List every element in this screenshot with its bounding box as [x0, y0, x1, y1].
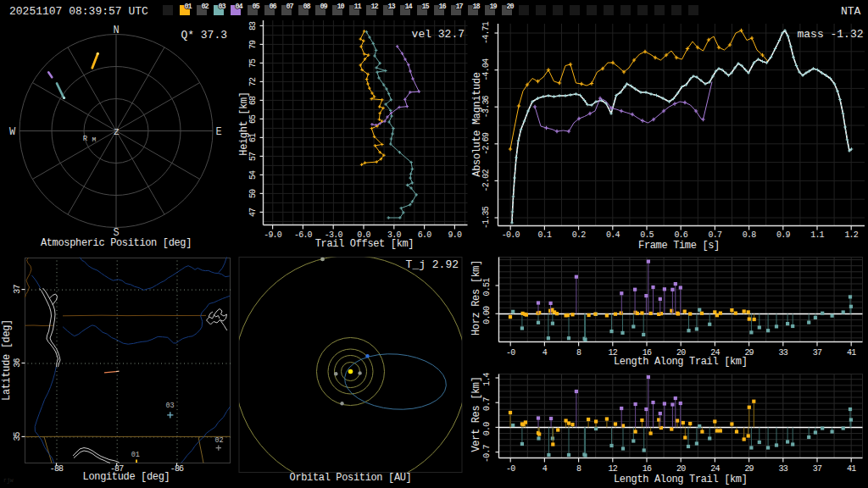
svg-text:Length Along Trail [km]: Length Along Trail [km] [614, 474, 748, 485]
svg-text:0.7: 0.7 [482, 397, 492, 411]
svg-text:Absolute Magnitude: Absolute Magnitude [471, 72, 483, 176]
svg-text:-0: -0 [506, 348, 515, 358]
svg-text:rjw: rjw [3, 478, 14, 484]
svg-text:0.00: 0.00 [482, 306, 492, 324]
svg-text:03: 03 [165, 402, 174, 410]
svg-text:6.0: 6.0 [418, 230, 431, 240]
svg-text:vel 32.7: vel 32.7 [412, 28, 465, 41]
svg-text:8: 8 [576, 464, 581, 474]
svg-text:-86: -86 [170, 464, 184, 474]
svg-text:Trail Offset [km]: Trail Offset [km] [315, 238, 414, 250]
svg-text:20251107 08:39:57 UTC: 20251107 08:39:57 UTC [9, 5, 148, 18]
svg-text:05: 05 [253, 3, 260, 11]
svg-text:-88: -88 [50, 464, 64, 474]
svg-text:33: 33 [779, 348, 788, 358]
svg-text:35: 35 [13, 431, 22, 441]
svg-text:83: 83 [248, 21, 258, 30]
svg-text:-1.35: -1.35 [481, 206, 491, 229]
svg-text:Z: Z [114, 127, 119, 137]
svg-text:11: 11 [354, 3, 362, 11]
svg-text:Longitude [deg]: Longitude [deg] [83, 471, 170, 483]
svg-text:19: 19 [490, 3, 498, 11]
svg-text:06: 06 [270, 3, 277, 11]
svg-text:Horz Res [km]: Horz Res [km] [470, 260, 482, 336]
svg-text:M: M [92, 136, 96, 143]
svg-text:24: 24 [710, 464, 720, 474]
svg-text:37: 37 [13, 285, 22, 294]
svg-text:0.0: 0.0 [482, 422, 492, 435]
svg-text:0.4: 0.4 [606, 230, 620, 240]
svg-text:0.5: 0.5 [640, 230, 654, 240]
svg-text:E: E [215, 126, 221, 138]
svg-text:37: 37 [813, 464, 822, 474]
svg-text:12: 12 [609, 464, 618, 474]
svg-text:02: 02 [202, 3, 209, 11]
svg-text:1.4: 1.4 [482, 372, 492, 385]
svg-text:18: 18 [473, 3, 481, 11]
svg-text:33: 33 [779, 464, 788, 474]
svg-text:-4.71: -4.71 [481, 21, 491, 44]
svg-text:50: 50 [248, 189, 258, 198]
svg-text:Frame Time [s]: Frame Time [s] [638, 240, 720, 252]
svg-text:T_j 2.92: T_j 2.92 [406, 258, 459, 271]
svg-text:08: 08 [303, 3, 311, 11]
svg-text:17: 17 [456, 3, 464, 11]
svg-text:-6.0: -6.0 [294, 230, 313, 240]
svg-text:-9.0: -9.0 [264, 230, 282, 240]
svg-text:Q* 37.3: Q* 37.3 [181, 29, 227, 42]
svg-text:Orbital Position [AU]: Orbital Position [AU] [290, 472, 412, 484]
svg-text:02: 02 [214, 436, 223, 445]
svg-text:NTA: NTA [841, 5, 861, 18]
svg-text:36: 36 [13, 358, 22, 368]
svg-text:8: 8 [576, 348, 581, 358]
svg-text:72: 72 [248, 77, 258, 86]
svg-text:29: 29 [744, 464, 754, 474]
svg-text:09: 09 [320, 3, 328, 11]
svg-text:Height [km]: Height [km] [238, 92, 250, 155]
svg-text:1.1: 1.1 [810, 230, 824, 240]
svg-text:0.1: 0.1 [538, 230, 552, 240]
svg-text:15: 15 [422, 3, 430, 11]
svg-text:16: 16 [643, 464, 652, 474]
svg-text:54: 54 [248, 170, 258, 180]
svg-text:Atmospheric Position [deg]: Atmospheric Position [deg] [41, 237, 192, 249]
svg-text:41: 41 [847, 464, 856, 474]
svg-text:13: 13 [388, 3, 396, 11]
svg-text:0.9: 0.9 [776, 230, 790, 240]
svg-text:mass -1.32: mass -1.32 [797, 28, 863, 41]
svg-text:14: 14 [405, 3, 413, 11]
svg-text:16: 16 [439, 3, 447, 11]
svg-text:47: 47 [248, 208, 258, 217]
svg-text:0.6: 0.6 [674, 230, 687, 240]
svg-text:Vert Res [km]: Vert Res [km] [470, 376, 482, 452]
svg-text:-0: -0 [506, 464, 515, 474]
svg-text:01: 01 [131, 451, 140, 459]
svg-text:04: 04 [236, 3, 243, 11]
svg-text:Length Along Trail [km]: Length Along Trail [km] [614, 356, 748, 368]
svg-text:01: 01 [185, 3, 192, 11]
svg-text:20: 20 [676, 464, 686, 474]
svg-text:37: 37 [813, 348, 822, 358]
svg-text:41: 41 [847, 348, 856, 358]
svg-text:20: 20 [507, 3, 515, 11]
svg-text:Latitude [deg]: Latitude [deg] [1, 319, 13, 401]
svg-text:79: 79 [248, 40, 258, 49]
svg-text:N: N [113, 25, 119, 36]
svg-text:07: 07 [287, 3, 294, 11]
svg-text:0.51: 0.51 [482, 278, 492, 297]
svg-text:R: R [83, 135, 88, 143]
svg-text:4: 4 [542, 464, 548, 474]
svg-text:-0.0: -0.0 [502, 230, 520, 240]
svg-text:75: 75 [248, 58, 258, 68]
svg-text:12: 12 [371, 3, 379, 11]
svg-text:1.2: 1.2 [844, 230, 858, 240]
svg-text:0.2: 0.2 [572, 230, 586, 240]
svg-text:W: W [9, 126, 16, 138]
svg-text:10: 10 [337, 3, 345, 11]
svg-text:0.7: 0.7 [709, 230, 722, 240]
svg-text:9.0: 9.0 [448, 230, 462, 240]
svg-text:4: 4 [542, 348, 548, 358]
svg-text:0.8: 0.8 [743, 230, 756, 240]
svg-text:03: 03 [219, 3, 226, 11]
svg-text:-0.7: -0.7 [482, 444, 492, 463]
